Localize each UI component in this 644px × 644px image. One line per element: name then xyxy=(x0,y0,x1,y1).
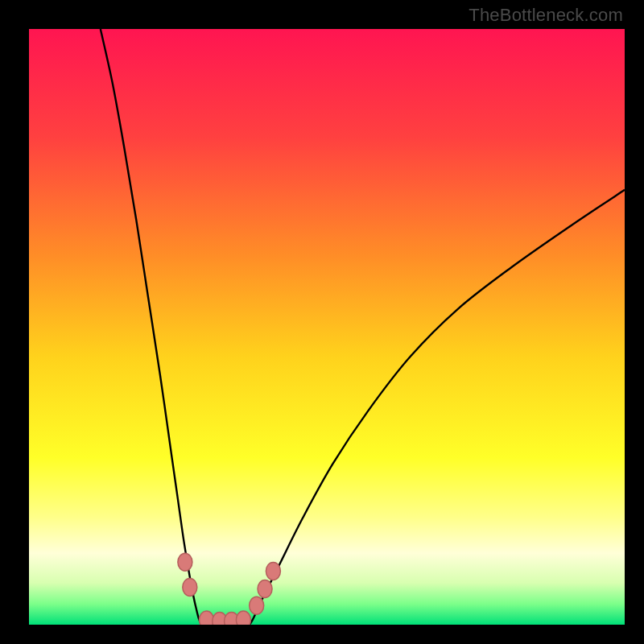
valley-marker xyxy=(266,562,280,580)
valley-marker xyxy=(200,611,214,625)
valley-marker xyxy=(236,611,250,625)
valley-marker xyxy=(183,578,197,596)
valley-markers xyxy=(178,553,281,625)
valley-marker xyxy=(258,580,272,598)
plot-area xyxy=(29,29,625,625)
chart-frame: TheBottleneck.com xyxy=(0,0,644,644)
valley-marker xyxy=(178,553,192,571)
curve-line xyxy=(101,29,625,625)
watermark-text: TheBottleneck.com xyxy=(469,5,623,26)
valley-marker xyxy=(250,597,264,614)
bottleneck-curve xyxy=(29,29,625,625)
